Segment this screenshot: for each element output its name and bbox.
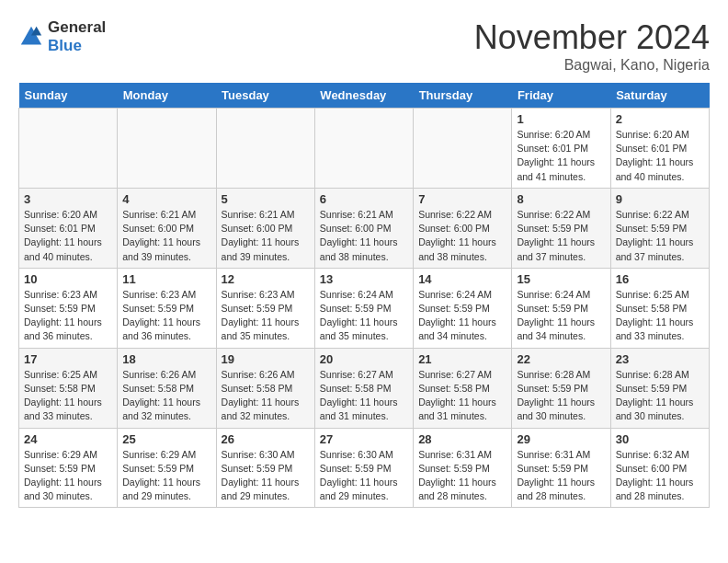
calendar-day: 24Sunrise: 6:29 AM Sunset: 5:59 PM Dayli…: [19, 428, 118, 508]
header-monday: Monday: [118, 83, 216, 109]
day-number: 15: [517, 272, 605, 286]
day-info: Sunrise: 6:28 AM Sunset: 5:59 PM Dayligh…: [517, 368, 605, 424]
day-number: 5: [222, 192, 310, 206]
logo-blue: Blue: [48, 37, 82, 54]
calendar-day: 25Sunrise: 6:29 AM Sunset: 5:59 PM Dayli…: [118, 428, 216, 508]
calendar-day: 2Sunrise: 6:20 AM Sunset: 6:01 PM Daylig…: [610, 109, 709, 189]
day-info: Sunrise: 6:20 AM Sunset: 6:01 PM Dayligh…: [517, 128, 605, 184]
day-info: Sunrise: 6:24 AM Sunset: 5:59 PM Dayligh…: [418, 288, 506, 344]
calendar-day: 4Sunrise: 6:21 AM Sunset: 6:00 PM Daylig…: [118, 188, 216, 268]
calendar-day: 14Sunrise: 6:24 AM Sunset: 5:59 PM Dayli…: [414, 268, 512, 348]
day-number: 23: [616, 352, 704, 366]
calendar-day: 10Sunrise: 6:23 AM Sunset: 5:59 PM Dayli…: [19, 268, 118, 348]
calendar-day: 20Sunrise: 6:27 AM Sunset: 5:58 PM Dayli…: [314, 348, 413, 428]
calendar-day: 1Sunrise: 6:20 AM Sunset: 6:01 PM Daylig…: [512, 109, 610, 189]
day-number: 28: [418, 432, 506, 446]
calendar-day: 8Sunrise: 6:22 AM Sunset: 5:59 PM Daylig…: [512, 188, 610, 268]
calendar-day: 12Sunrise: 6:23 AM Sunset: 5:59 PM Dayli…: [216, 268, 314, 348]
header-wednesday: Wednesday: [314, 83, 413, 109]
calendar-day: 11Sunrise: 6:23 AM Sunset: 5:59 PM Dayli…: [118, 268, 216, 348]
day-info: Sunrise: 6:22 AM Sunset: 6:00 PM Dayligh…: [418, 208, 506, 264]
calendar-day: 19Sunrise: 6:26 AM Sunset: 5:58 PM Dayli…: [216, 348, 314, 428]
page-header: General Blue November 2024 Bagwai, Kano,…: [18, 18, 710, 74]
calendar-day: 26Sunrise: 6:30 AM Sunset: 5:59 PM Dayli…: [216, 428, 314, 508]
calendar-day: 28Sunrise: 6:31 AM Sunset: 5:59 PM Dayli…: [414, 428, 512, 508]
location: Bagwai, Kano, Nigeria: [474, 57, 710, 74]
calendar-day: 3Sunrise: 6:20 AM Sunset: 6:01 PM Daylig…: [19, 188, 118, 268]
header-sunday: Sunday: [19, 83, 118, 109]
calendar-day: [314, 109, 413, 189]
day-number: 2: [616, 112, 704, 126]
day-info: Sunrise: 6:21 AM Sunset: 6:00 PM Dayligh…: [122, 208, 210, 264]
day-info: Sunrise: 6:24 AM Sunset: 5:59 PM Dayligh…: [517, 288, 605, 344]
calendar-day: 23Sunrise: 6:28 AM Sunset: 5:59 PM Dayli…: [610, 348, 709, 428]
day-number: 8: [517, 192, 605, 206]
day-number: 11: [122, 272, 210, 286]
day-info: Sunrise: 6:22 AM Sunset: 5:59 PM Dayligh…: [616, 208, 704, 264]
day-info: Sunrise: 6:21 AM Sunset: 6:00 PM Dayligh…: [222, 208, 310, 264]
logo-general: General: [48, 18, 106, 36]
calendar-table: SundayMondayTuesdayWednesdayThursdayFrid…: [18, 83, 710, 508]
day-info: Sunrise: 6:20 AM Sunset: 6:01 PM Dayligh…: [616, 128, 704, 184]
day-number: 30: [616, 432, 704, 446]
day-number: 22: [517, 352, 605, 366]
day-info: Sunrise: 6:27 AM Sunset: 5:58 PM Dayligh…: [320, 368, 408, 424]
calendar-day: 9Sunrise: 6:22 AM Sunset: 5:59 PM Daylig…: [610, 188, 709, 268]
day-number: 12: [222, 272, 310, 286]
calendar-week-2: 3Sunrise: 6:20 AM Sunset: 6:01 PM Daylig…: [19, 188, 710, 268]
calendar-day: [414, 109, 512, 189]
calendar-day: 13Sunrise: 6:24 AM Sunset: 5:59 PM Dayli…: [314, 268, 413, 348]
day-info: Sunrise: 6:27 AM Sunset: 5:58 PM Dayligh…: [418, 368, 506, 424]
header-thursday: Thursday: [414, 83, 512, 109]
day-number: 14: [418, 272, 506, 286]
day-info: Sunrise: 6:29 AM Sunset: 5:59 PM Dayligh…: [24, 448, 112, 504]
logo: General Blue: [18, 18, 106, 55]
day-number: 1: [517, 112, 605, 126]
day-info: Sunrise: 6:25 AM Sunset: 5:58 PM Dayligh…: [24, 368, 112, 424]
day-info: Sunrise: 6:28 AM Sunset: 5:59 PM Dayligh…: [616, 368, 704, 424]
calendar-day: 15Sunrise: 6:24 AM Sunset: 5:59 PM Dayli…: [512, 268, 610, 348]
day-info: Sunrise: 6:30 AM Sunset: 5:59 PM Dayligh…: [222, 448, 310, 504]
calendar-day: 17Sunrise: 6:25 AM Sunset: 5:58 PM Dayli…: [19, 348, 118, 428]
calendar-day: 21Sunrise: 6:27 AM Sunset: 5:58 PM Dayli…: [414, 348, 512, 428]
calendar-day: 18Sunrise: 6:26 AM Sunset: 5:58 PM Dayli…: [118, 348, 216, 428]
header-saturday: Saturday: [610, 83, 709, 109]
day-info: Sunrise: 6:30 AM Sunset: 5:59 PM Dayligh…: [320, 448, 408, 504]
day-info: Sunrise: 6:29 AM Sunset: 5:59 PM Dayligh…: [122, 448, 210, 504]
day-info: Sunrise: 6:21 AM Sunset: 6:00 PM Dayligh…: [320, 208, 408, 264]
day-number: 21: [418, 352, 506, 366]
calendar-day: 16Sunrise: 6:25 AM Sunset: 5:58 PM Dayli…: [610, 268, 709, 348]
calendar-header-row: SundayMondayTuesdayWednesdayThursdayFrid…: [19, 83, 710, 109]
day-info: Sunrise: 6:24 AM Sunset: 5:59 PM Dayligh…: [320, 288, 408, 344]
day-number: 24: [24, 432, 112, 446]
day-info: Sunrise: 6:26 AM Sunset: 5:58 PM Dayligh…: [122, 368, 210, 424]
day-info: Sunrise: 6:20 AM Sunset: 6:01 PM Dayligh…: [24, 208, 112, 264]
day-number: 16: [616, 272, 704, 286]
calendar-day: 30Sunrise: 6:32 AM Sunset: 6:00 PM Dayli…: [610, 428, 709, 508]
day-number: 29: [517, 432, 605, 446]
title-block: November 2024 Bagwai, Kano, Nigeria: [474, 18, 710, 74]
calendar-day: [19, 109, 118, 189]
calendar-day: 5Sunrise: 6:21 AM Sunset: 6:00 PM Daylig…: [216, 188, 314, 268]
day-number: 6: [320, 192, 408, 206]
day-number: 25: [122, 432, 210, 446]
calendar-week-5: 24Sunrise: 6:29 AM Sunset: 5:59 PM Dayli…: [19, 428, 710, 508]
calendar-day: 6Sunrise: 6:21 AM Sunset: 6:00 PM Daylig…: [314, 188, 413, 268]
calendar-day: 7Sunrise: 6:22 AM Sunset: 6:00 PM Daylig…: [414, 188, 512, 268]
day-info: Sunrise: 6:23 AM Sunset: 5:59 PM Dayligh…: [122, 288, 210, 344]
calendar-day: [118, 109, 216, 189]
day-info: Sunrise: 6:32 AM Sunset: 6:00 PM Dayligh…: [616, 448, 704, 504]
day-number: 26: [222, 432, 310, 446]
day-number: 19: [222, 352, 310, 366]
header-friday: Friday: [512, 83, 610, 109]
day-number: 20: [320, 352, 408, 366]
day-number: 13: [320, 272, 408, 286]
day-info: Sunrise: 6:31 AM Sunset: 5:59 PM Dayligh…: [418, 448, 506, 504]
calendar-day: [216, 109, 314, 189]
day-info: Sunrise: 6:23 AM Sunset: 5:59 PM Dayligh…: [222, 288, 310, 344]
logo-icon: [18, 24, 44, 50]
calendar-day: 22Sunrise: 6:28 AM Sunset: 5:59 PM Dayli…: [512, 348, 610, 428]
day-number: 27: [320, 432, 408, 446]
day-number: 10: [24, 272, 112, 286]
calendar-day: 27Sunrise: 6:30 AM Sunset: 5:59 PM Dayli…: [314, 428, 413, 508]
